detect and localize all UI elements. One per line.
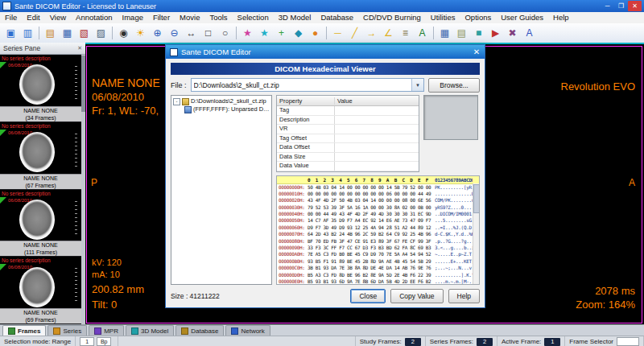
tab-3d-model[interactable]: 3D Model	[126, 325, 174, 336]
hex-row[interactable]: 00000070H:64 2D 43 B2 24 4B 96 2C 59 B2 …	[277, 231, 479, 237]
hex-row[interactable]: 000000C0H:3B B1 93 DA 7E 3B 8A 8D DE 4E …	[277, 265, 479, 271]
brightness-icon[interactable]: ☀	[132, 25, 149, 42]
pan-icon[interactable]: ↔	[183, 25, 200, 42]
diamond-tool-icon[interactable]: ◆	[290, 25, 307, 42]
ellipse-select-icon[interactable]: ○	[217, 25, 233, 42]
eye-icon[interactable]: ◉	[115, 25, 132, 42]
value-column-header[interactable]: Value	[335, 97, 419, 105]
hex-row[interactable]: 00000020H:43 4F 4D 2F 50 4B 03 04 14 00 …	[277, 197, 479, 204]
hex-row[interactable]: 000000E0H:B5 93 B1 93 6D 9A 7E 8B 6D DA …	[277, 278, 479, 285]
layers-icon[interactable]: ▤	[453, 25, 470, 42]
help-button[interactable]: Help	[448, 289, 480, 303]
dialog-title-bar[interactable]: Sante DICOM Editor ✕	[166, 45, 485, 59]
status-mini-field[interactable]: 1	[80, 337, 94, 346]
file-path-combobox[interactable]: D:\Downloads\2_skull_ct.zip ▼	[191, 78, 424, 92]
print-icon[interactable]: ▨	[93, 25, 109, 42]
hex-bytes-header: 0 1 2 3 4 5 6 7 8 9 A B C D E F	[308, 177, 435, 183]
cube-3d-icon[interactable]: ■	[470, 25, 487, 42]
menu-item-movie[interactable]: Movie	[175, 12, 204, 23]
series-thumbnail[interactable]: No series description06/08/2010NAME NONE…	[0, 122, 81, 190]
menu-item-image[interactable]: Image	[118, 12, 148, 23]
menu-item-edit[interactable]: Edit	[22, 12, 44, 23]
hex-row[interactable]: 00000030H:79 52 53 39 3F 5A 16 1A 00 00 …	[277, 204, 479, 211]
tab-mpr[interactable]: MPR	[89, 325, 124, 336]
tree-child-node[interactable]: (FFFF,FFFF): Unparsed Data	[184, 105, 270, 113]
cross-tool-icon[interactable]: +	[273, 25, 290, 42]
series-thumbnail[interactable]: No series description06/08/2010NAME NONE…	[0, 190, 81, 257]
frame-selector-input[interactable]	[617, 337, 639, 346]
text-tool-icon[interactable]: A	[414, 25, 431, 42]
menu-item-annotation[interactable]: Annotation	[71, 12, 117, 23]
menu-item-3d-model[interactable]: 3D Model	[274, 12, 316, 23]
dialog-close-button[interactable]: ✕	[469, 47, 485, 56]
menu-item-cd-dvd-burning[interactable]: CD/DVD Burning	[358, 12, 426, 23]
rect-select-icon[interactable]: □	[200, 25, 217, 42]
tree-expander-icon[interactable]: -	[173, 98, 180, 105]
font-icon[interactable]: A	[521, 25, 538, 42]
hex-viewer[interactable]: 0 1 2 3 4 5 6 7 8 9 A B C D E F 01234567…	[276, 175, 480, 286]
status-mini-field[interactable]: Bp	[97, 337, 111, 346]
delete-icon[interactable]: ✖	[504, 25, 521, 42]
hex-row[interactable]: 00000000H:50 4B 03 04 14 00 00 00 00 00 …	[277, 184, 479, 191]
movie-play-icon[interactable]: ▶	[487, 25, 504, 42]
property-column-header[interactable]: Property	[277, 97, 335, 105]
close-button[interactable]: Close	[350, 289, 386, 303]
menu-item-tools[interactable]: Tools	[204, 12, 232, 23]
save-icon[interactable]: ▦	[59, 25, 76, 42]
hex-bytes: 79 52 53 39 3F 5A 16 1A 00 00 30 8A 02 0…	[308, 204, 435, 211]
dual-view-icon[interactable]: ▥	[19, 25, 36, 42]
menu-item-help[interactable]: Help	[548, 12, 574, 23]
series-description: No series description	[0, 55, 81, 62]
menu-item-file[interactable]: File	[0, 12, 22, 23]
menu-item-database[interactable]: Database	[316, 12, 358, 23]
polyline-tool-icon[interactable]: ╱	[346, 25, 363, 42]
hex-row[interactable]: 00000050H:14 C7 AF 35 D9 F7 A4 EC 92 14 …	[277, 217, 479, 224]
menu-item-user-guides[interactable]: User Guides	[496, 12, 548, 23]
ruler-icon[interactable]: ≡	[397, 25, 414, 42]
dot-tool-icon[interactable]: ●	[307, 25, 324, 42]
menu-item-filter[interactable]: Filter	[148, 12, 175, 23]
hex-row[interactable]: 00000060H:D9 F7 3D 49 D9 93 12 25 4A 94 …	[277, 224, 479, 231]
tab-database[interactable]: Database	[175, 325, 224, 336]
single-view-icon[interactable]: ▣	[2, 25, 19, 42]
menu-item-selection[interactable]: Selection	[233, 12, 274, 23]
grid-icon[interactable]: ▦	[436, 25, 453, 42]
hex-scrollbar-thumb[interactable]	[473, 184, 480, 213]
tab-network[interactable]: Network	[225, 325, 270, 336]
hex-row[interactable]: 00000010H:00 00 00 00 00 00 00 00 00 00 …	[277, 191, 479, 197]
tree-root-node[interactable]: - D:\Downloads\2_skull_ct.zip	[173, 97, 270, 105]
zoom-out-icon[interactable]: ⊖	[166, 25, 183, 42]
open-file-icon[interactable]: ▤	[42, 25, 59, 42]
export-icon[interactable]: ▧	[76, 25, 93, 42]
menu-item-options[interactable]: Options	[460, 12, 496, 23]
menu-item-utilities[interactable]: Utilities	[426, 12, 460, 23]
property-value	[335, 143, 419, 152]
menu-item-view[interactable]: View	[45, 12, 71, 23]
hex-row[interactable]: 00000090H:33 F3 3C FF F7 CC 67 D3 F3 B3 …	[277, 245, 479, 251]
tab-frames[interactable]: Frames	[2, 325, 46, 336]
hex-row[interactable]: 000000A0H:7E A5 C3 FD B0 BE 45 C9 D9 70 …	[277, 251, 479, 257]
hex-row[interactable]: 00000080H:BF 70 ED FB 3F 47 CE 91 E3 89 …	[277, 238, 479, 245]
series-thumbnail[interactable]: No series description06/08/2010NAME NONE…	[0, 55, 81, 122]
zoom-in-icon[interactable]: ⊕	[149, 25, 166, 42]
annotation-star-icon[interactable]: ★	[239, 25, 256, 42]
hex-row[interactable]: 000000B0H:93 B5 F1 91 89 BE 45 2B 8D 9A …	[277, 258, 479, 265]
pane-close-icon[interactable]: ✕	[77, 45, 82, 51]
hex-scrollbar[interactable]	[473, 183, 479, 285]
arrow-tool-icon[interactable]: →	[363, 25, 380, 42]
copy-value-button[interactable]: Copy Value	[390, 289, 443, 303]
minimize-button[interactable]: ─	[601, 1, 614, 11]
hex-row[interactable]: 000000D0H:B5 A3 C3 FD 8D BE 96 B2 8E 9A …	[277, 272, 479, 278]
chevron-down-icon[interactable]: ▼	[411, 79, 423, 91]
thumbnail-caption: NAME NONE(111 Frames)	[0, 241, 81, 256]
series-thumbnail[interactable]: No series description06/08/2010NAME NONE…	[0, 257, 81, 324]
tab-series[interactable]: Series	[47, 325, 87, 336]
line-tool-icon[interactable]: ─	[329, 25, 346, 42]
angle-tool-icon[interactable]: ∠	[380, 25, 397, 42]
browse-button[interactable]: Browse...	[428, 78, 480, 93]
close-button[interactable]: ✕	[628, 1, 642, 11]
roi-star-icon[interactable]: ★	[256, 25, 273, 42]
file-tree[interactable]: - D:\Downloads\2_skull_ct.zip (FFFF,FFFF…	[171, 95, 272, 285]
hex-row[interactable]: 00000040H:00 00 44 49 43 4F 4D 2F 49 4D …	[277, 211, 479, 217]
maximize-button[interactable]: ❐	[614, 1, 628, 11]
